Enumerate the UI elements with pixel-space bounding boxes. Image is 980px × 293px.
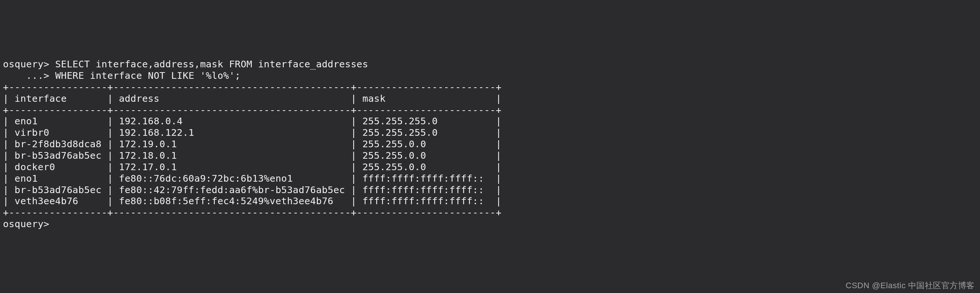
table-row: | eno1 | fe80::76dc:60a9:72bc:6b13%eno1 … — [3, 173, 501, 184]
table-border-top: +-----------------+---------------------… — [3, 81, 501, 92]
table-header: | interface | address | mask | — [3, 93, 501, 104]
table-border-bottom: +-----------------+---------------------… — [3, 207, 501, 218]
sql-query-part1: SELECT interface,address,mask FROM inter… — [55, 59, 368, 70]
table-border-mid: +-----------------+---------------------… — [3, 105, 501, 116]
table-row: | br-b53ad76ab5ec | 172.18.0.1 | 255.255… — [3, 150, 501, 161]
prompt-continuation: ...> — [3, 70, 55, 81]
query-line-1: osquery> SELECT interface,address,mask F… — [3, 59, 368, 70]
table-row: | docker0 | 172.17.0.1 | 255.255.0.0 | — [3, 161, 501, 173]
prompt-primary: osquery> — [3, 59, 55, 70]
table-row: | virbr0 | 192.168.122.1 | 255.255.255.0… — [3, 127, 501, 138]
terminal-output: osquery> SELECT interface,address,mask F… — [3, 47, 977, 231]
prompt-primary: osquery> — [3, 218, 55, 230]
sql-query-part2: WHERE interface NOT LIKE '%lo%'; — [55, 70, 241, 81]
table-row: | br-b53ad76ab5ec | fe80::42:79ff:fedd:a… — [3, 184, 501, 195]
table-row: | veth3ee4b76 | fe80::b08f:5eff:fec4:524… — [3, 195, 501, 206]
table-row: | br-2f8db3d8dca8 | 172.19.0.1 | 255.255… — [3, 138, 501, 149]
query-line-2: ...> WHERE interface NOT LIKE '%lo%'; — [3, 70, 241, 81]
watermark-text: CSDN @Elastic 中国社区官方博客 — [846, 281, 975, 291]
prompt-idle[interactable]: osquery> — [3, 218, 55, 230]
table-row: | eno1 | 192.168.0.4 | 255.255.255.0 | — [3, 116, 501, 127]
